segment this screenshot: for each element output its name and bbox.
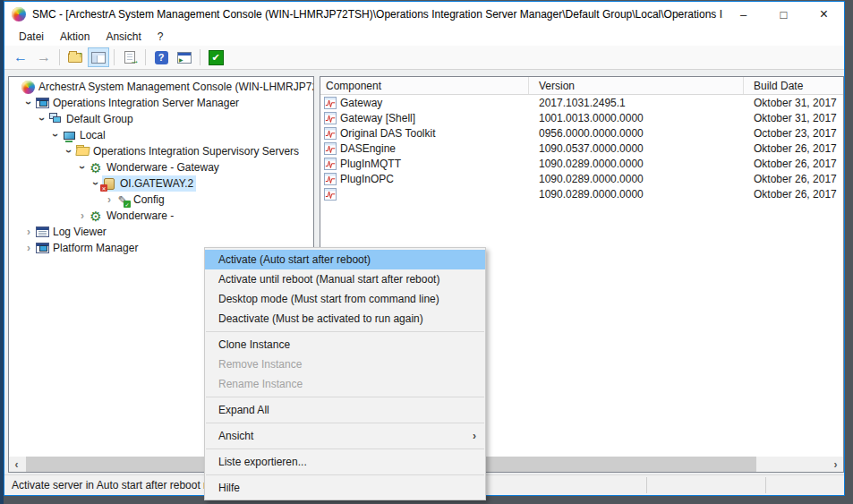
menu-datei[interactable]: Datei <box>11 29 52 45</box>
open-folder-icon <box>75 144 90 158</box>
toolbar-separator <box>59 49 60 65</box>
tree-item-label: Operations Integration Supervisory Serve… <box>90 145 299 158</box>
component-build-date: Oktober 26, 2017 <box>744 188 843 201</box>
component-build-date: Oktober 26, 2017 <box>744 158 843 170</box>
tree-item-label: Default Group <box>63 113 133 125</box>
menu-separator <box>206 331 484 332</box>
computer-icon <box>62 128 76 142</box>
component-build-date: October 23, 2017 <box>744 127 843 140</box>
back-icon[interactable]: ← <box>10 47 31 67</box>
export-list-icon[interactable] <box>119 47 141 67</box>
tree-item-label: Operations Integration Server Manager <box>49 97 239 109</box>
show-action-pane-icon[interactable] <box>174 47 195 67</box>
menu-item-ansicht[interactable]: Ansicht› <box>205 426 485 446</box>
tree-item-config[interactable]: ✓ Config <box>9 192 313 208</box>
menu-help[interactable]: ? <box>149 29 172 45</box>
component-name: Gateway [Shell] <box>340 112 415 124</box>
toolbar-separator <box>145 49 146 65</box>
tree-item-console-root[interactable]: ArchestrA System Management Console (WIN… <box>9 79 313 95</box>
tree-item-label: Platform Manager <box>49 242 138 254</box>
status-text: Activate server in Auto start after rebo… <box>4 479 230 491</box>
platform-manager-window-icon <box>35 241 49 255</box>
menu-item-activate[interactable]: Activate (Auto start after reboot) <box>205 250 485 269</box>
menu-item-expand-all[interactable]: Expand All <box>205 400 485 420</box>
column-header-build-date[interactable]: Build Date <box>744 77 843 94</box>
minimize-button[interactable]: – <box>723 2 763 27</box>
tree-item-wonderware-2[interactable]: Wonderware - <box>9 208 313 224</box>
tree-item-log-viewer[interactable]: Log Viewer <box>9 224 313 240</box>
menu-item-remove-instance: Remove Instance <box>205 355 485 374</box>
list-header: Component Version Build Date <box>320 77 843 95</box>
archestra-app-icon <box>12 7 26 21</box>
chevron-expanded-icon[interactable] <box>63 144 75 158</box>
list-row-gateway[interactable]: Gateway 2017.1031.2495.1 Oktober 31, 201… <box>320 95 843 110</box>
component-icon <box>324 112 337 124</box>
component-icon <box>324 173 337 185</box>
menu-item-liste-exportieren[interactable]: Liste exportieren... <box>205 452 485 472</box>
title-bar[interactable]: SMC - [ArchestrA System Management Conso… <box>4 2 844 27</box>
menu-separator <box>206 474 484 475</box>
status-separator <box>646 477 647 493</box>
gear-icon <box>89 209 103 223</box>
chevron-collapsed-icon[interactable] <box>103 192 115 207</box>
list-row-pluginopc[interactable]: PlugInOPC 1090.0289.0000.0000 Oktober 26… <box>320 171 843 186</box>
chevron-expanded-icon[interactable] <box>22 96 35 110</box>
component-icon <box>324 127 337 140</box>
tree-item-label: Log Viewer <box>49 226 107 238</box>
close-button[interactable]: × <box>804 2 844 27</box>
component-icon <box>324 188 337 201</box>
configuration-pencil-icon: ✓ <box>115 192 130 207</box>
show-console-tree-icon[interactable] <box>88 47 109 67</box>
up-one-level-icon[interactable] <box>64 47 86 67</box>
menu-separator <box>206 423 484 423</box>
chevron-none <box>9 80 21 94</box>
tree-item-oi-gateway-2[interactable]: ✕ OI.GATEWAY.2 <box>9 175 313 192</box>
help-icon[interactable]: ? <box>150 47 172 67</box>
chevron-collapsed-icon[interactable] <box>22 225 35 239</box>
gear-icon <box>89 160 103 175</box>
menu-aktion[interactable]: Aktion <box>52 29 98 45</box>
menu-ansicht[interactable]: Ansicht <box>98 29 149 45</box>
menu-item-clone-instance[interactable]: Clone Instance <box>205 335 485 355</box>
menu-item-activate-until-reboot[interactable]: Activate until reboot (Manual start afte… <box>205 269 485 289</box>
list-row-pluginmqtt[interactable]: PlugInMQTT 1090.0289.0000.0000 Oktober 2… <box>320 156 843 171</box>
tree-item-operations-integration-server-manager[interactable]: Operations Integration Server Manager <box>9 95 313 111</box>
component-build-date: Oktober 31, 2017 <box>744 97 843 109</box>
forward-icon[interactable]: → <box>33 47 55 67</box>
component-build-date: Oktober 31, 2017 <box>744 112 843 124</box>
tree-item-local[interactable]: Local <box>9 127 313 143</box>
list-row-dasengine[interactable]: DASEngine 1090.0537.0000.0000 Oktober 26… <box>320 141 843 156</box>
workspace: ArchestrA System Management Console (WIN… <box>4 70 844 474</box>
server-instance-error-icon: ✕ <box>102 176 116 191</box>
menu-item-deactivate[interactable]: Deactivate (Must be activated to run aga… <box>205 309 485 329</box>
list-row-gateway-shell[interactable]: Gateway [Shell] 1001.0013.0000.0000 Okto… <box>320 110 843 125</box>
column-header-component[interactable]: Component <box>320 77 529 94</box>
component-name: Gateway <box>340 97 382 109</box>
chevron-collapsed-icon[interactable] <box>76 209 89 223</box>
component-version: 1090.0289.0000.0000 <box>529 188 744 201</box>
tree-item-default-group[interactable]: Default Group <box>9 111 313 127</box>
toolbar-separator <box>114 49 115 65</box>
component-name: PlugInMQTT <box>340 158 401 170</box>
menu-item-hilfe[interactable]: Hilfe <box>205 478 485 498</box>
column-header-version[interactable]: Version <box>529 77 744 94</box>
computer-group-icon <box>48 112 63 126</box>
component-icon <box>324 97 337 109</box>
list-row-original-das-toolkit[interactable]: Original DAS Toolkit 0956.0000.0000.0000… <box>320 125 843 141</box>
tree-item-supervisory-servers[interactable]: Operations Integration Supervisory Serve… <box>9 143 313 159</box>
tree-item-wonderware-gateway[interactable]: Wonderware - Gateway <box>9 159 313 175</box>
list-row-hidden-by-menu[interactable]: 1090.0289.0000.0000 Oktober 26, 2017 <box>320 186 843 201</box>
validate-icon[interactable]: ✔ <box>205 47 226 67</box>
chevron-expanded-icon[interactable] <box>76 160 89 175</box>
menu-item-desktop-mode[interactable]: Desktop mode (Must start from command li… <box>205 289 485 309</box>
maximize-button[interactable]: □ <box>763 2 804 27</box>
context-menu: Activate (Auto start after reboot) Activ… <box>204 247 486 500</box>
scroll-right-icon[interactable]: › <box>828 457 843 472</box>
chevron-collapsed-icon[interactable] <box>22 241 35 255</box>
component-version: 1001.0013.0000.0000 <box>529 112 744 124</box>
tree-item-label: Config <box>130 193 165 206</box>
chevron-expanded-icon[interactable] <box>49 128 62 142</box>
status-separator <box>765 477 766 493</box>
chevron-expanded-icon[interactable] <box>36 112 48 126</box>
scroll-left-icon[interactable]: ‹ <box>9 457 24 472</box>
